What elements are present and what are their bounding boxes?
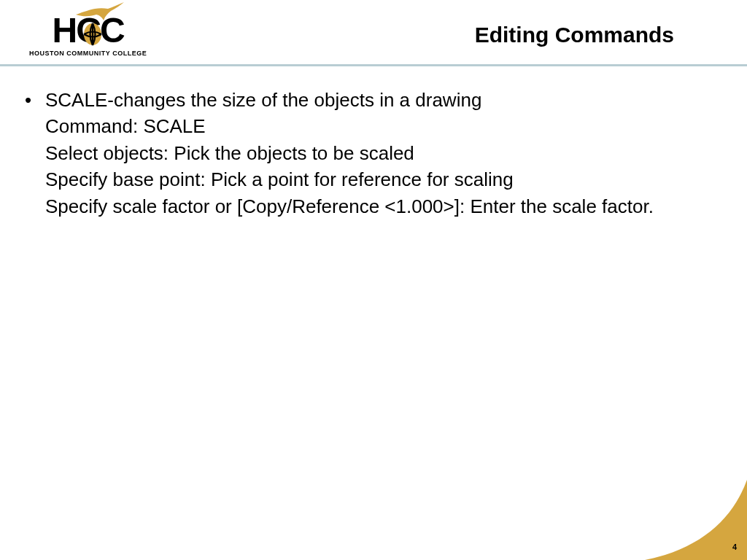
bullet-line: Command: SCALE [45,113,711,139]
slide-header: HCC HOUSTON COMMUNITY COLLEGE Editing Co… [0,0,747,66]
bullet-line: SCALE-changes the size of the objects in… [45,87,711,113]
bullet-body: SCALE-changes the size of the objects in… [45,87,711,219]
bullet-line: Select objects: Pick the objects to be s… [45,140,711,166]
bullet-line: Specify base point: Pick a point for ref… [45,166,711,192]
bullet-marker: • [20,87,45,219]
slide-content: • SCALE-changes the size of the objects … [0,66,747,219]
hcc-logo: HCC HOUSTON COMMUNITY COLLEGE [29,13,147,57]
page-number: 4 [732,542,737,551]
globe-icon [82,18,104,52]
bullet-line: Specify scale factor or [Copy/Reference … [45,193,711,219]
bullet-item: • SCALE-changes the size of the objects … [20,87,711,219]
slide-title: Editing Commands [475,23,674,47]
logo-letters: HCC [53,13,124,48]
